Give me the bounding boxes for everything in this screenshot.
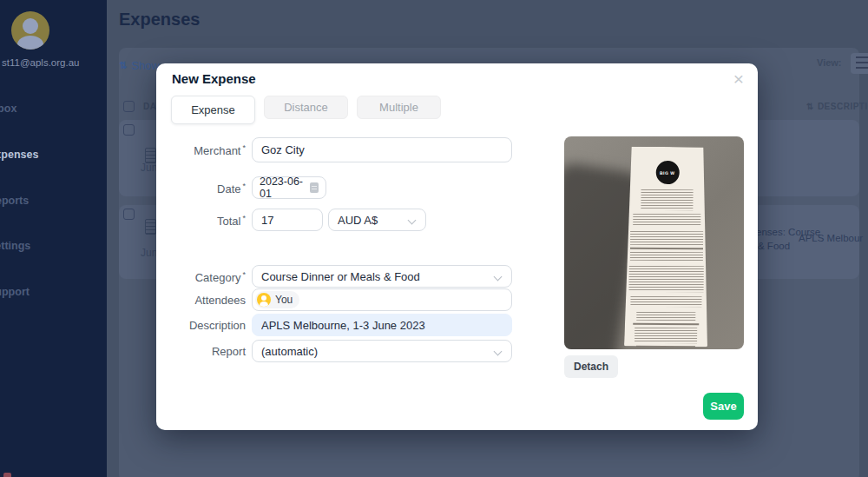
chevron-down-icon [494,348,503,356]
sort-icon: ⇅ [806,102,814,111]
user-email: st11@apls.org.au [2,57,79,68]
show-filters-link[interactable]: ⇅ Show [119,59,160,72]
attendees-field[interactable]: You [252,288,512,311]
attendees-label: Attendees [156,294,246,307]
bigw-logo: BIG W [655,161,679,184]
expense-type-tabs: Expense Distance Multiple [171,96,441,124]
sidebar-item-reports[interactable]: Reports [0,195,29,207]
date-field[interactable]: 2023-06-01 [252,176,326,199]
user-avatar[interactable] [11,11,49,50]
save-button[interactable]: Save [703,393,744,420]
chevron-down-icon [494,273,503,282]
expensify-logo: Expensify [3,473,99,477]
receipt-thumbnail-icon [145,219,156,235]
close-icon[interactable]: × [730,68,747,89]
currency-select[interactable]: AUD A$ [328,209,426,231]
receipt-paper: BIG W [624,147,709,348]
total-field[interactable] [252,209,323,231]
category-label: Category [156,270,246,284]
view-label: View: [817,57,842,68]
total-label: Total [156,214,246,228]
description-label: Description [156,319,246,332]
new-expense-modal: New Expense × Expense Distance Multiple … [156,63,758,430]
row-checkbox[interactable] [123,124,135,136]
category-select[interactable]: Course Dinner or Meals & Food [252,265,512,288]
show-filters-label: Show [131,59,160,72]
page-title: Expenses [119,10,200,30]
logo-icon [3,473,11,477]
report-label: Report [156,345,246,358]
column-header-description[interactable]: ⇅DESCRIPTION [806,102,868,111]
sidebar-item-support[interactable]: Support [0,286,30,298]
calendar-icon [310,182,319,193]
tab-expense[interactable]: Expense [171,96,255,124]
attendee-pill[interactable]: You [255,291,299,308]
sidebar-item-inbox[interactable]: Inbox [0,103,16,115]
filters-icon: ⇅ [119,60,127,71]
chevron-down-icon [408,216,417,225]
attendee-avatar-icon [257,293,271,307]
tab-distance[interactable]: Distance [264,96,348,119]
app-window: Expenses ⇅ Show View: DATE ⇅DESCRIPTION … [0,0,868,477]
tab-multiple[interactable]: Multiple [357,96,441,119]
row-date: Jun [141,162,157,174]
merchant-label: Merchant [156,143,246,157]
merchant-field[interactable] [252,137,512,162]
avatar-person-icon [23,18,38,34]
date-label: Date [156,182,246,195]
row-description-fragment: APLS Melbour [799,233,863,243]
sidebar: st11@apls.org.au Inbox Expenses Reports … [0,0,107,477]
modal-title: New Expense [172,71,256,86]
receipt-image[interactable]: BIG W [564,136,744,349]
report-select[interactable]: (automatic) [252,340,512,362]
view-menu-button[interactable] [851,53,868,74]
select-all-checkbox[interactable] [123,101,135,112]
sidebar-item-expenses[interactable]: Expenses [0,149,38,161]
detach-button[interactable]: Detach [564,355,618,378]
description-field[interactable] [252,314,512,336]
sidebar-item-settings[interactable]: Settings [0,240,30,252]
row-date: Jun [141,247,157,259]
row-checkbox[interactable] [123,209,135,220]
row-description-fragment: & Food [758,241,790,251]
